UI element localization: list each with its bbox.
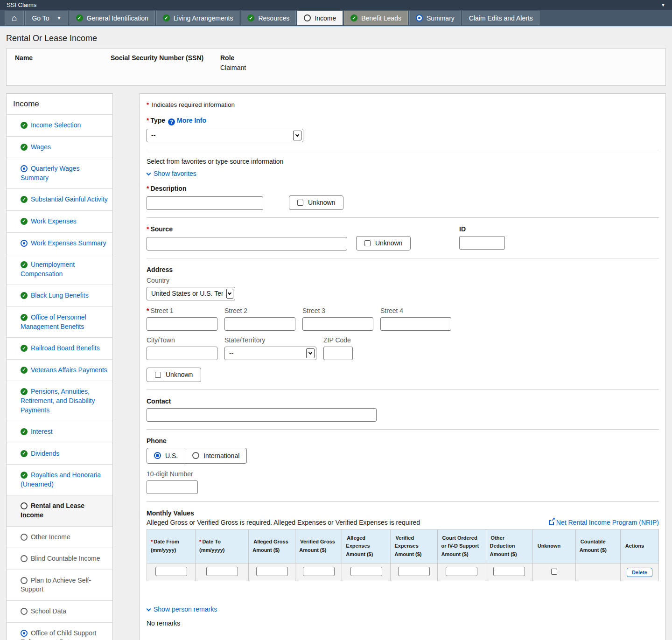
more-info-link[interactable]: More Info <box>177 117 206 124</box>
court-ordered-input[interactable] <box>446 567 477 576</box>
favorites-intro: Select from favorites or type source inf… <box>147 158 659 165</box>
sidebar-item[interactable]: Unemployment Compensation <box>7 254 112 285</box>
goto-label: Go To <box>32 14 49 22</box>
street3-input[interactable] <box>302 317 373 331</box>
phone-us-option[interactable]: U.S. <box>147 448 185 463</box>
phone-international-label: International <box>203 452 239 459</box>
street1-input[interactable] <box>147 317 217 331</box>
nrip-link-row[interactable]: Net Rental Income Program (NRIP) <box>549 519 659 526</box>
required-note-text: Indicates required information <box>152 101 235 108</box>
source-unknown-checkbox[interactable]: Unknown <box>356 236 411 250</box>
show-favorites-link[interactable]: Show favorites <box>154 170 196 177</box>
date-from-input[interactable] <box>155 567 187 576</box>
alleged-expenses-input[interactable] <box>350 567 382 576</box>
source-input[interactable] <box>147 237 347 250</box>
phone-us-label: U.S. <box>165 452 178 459</box>
sidebar-item[interactable]: Veterans Affairs Payments <box>7 359 112 381</box>
sidebar-status-icon <box>21 472 28 479</box>
sidebar-item-label: Office of Child Support Enforcement Data <box>21 629 97 640</box>
country-select[interactable]: United States or U.S. Territory <box>147 287 235 300</box>
sidebar-item[interactable]: Dividends <box>7 443 112 465</box>
sidebar-item[interactable]: Office of Personnel Management Benefits <box>7 306 112 337</box>
city-input[interactable] <box>147 347 217 360</box>
sidebar-item[interactable]: Rental and Lease Income <box>7 495 112 526</box>
id-input[interactable] <box>459 236 505 250</box>
sidebar-status-icon <box>21 196 28 203</box>
person-summary-box: Name Social Security Number (SSN) Role C… <box>6 48 666 86</box>
sidebar-item[interactable]: School Data <box>7 600 112 622</box>
sidebar-item[interactable]: Pensions, Annuities, Retirement, and Dis… <box>7 381 112 421</box>
phone-number-input[interactable] <box>147 480 198 494</box>
sidebar-item-label: Rental and Lease Income <box>21 502 84 519</box>
street4-input[interactable] <box>380 317 451 331</box>
name-label: Name <box>15 54 111 62</box>
sidebar-item[interactable]: Quarterly Wages Summary <box>7 158 112 188</box>
zip-input[interactable] <box>323 347 353 360</box>
date-to-input[interactable] <box>206 567 238 576</box>
sidebar-item[interactable]: Work Expenses <box>7 210 112 232</box>
table-column-header: Other Deduction Amount ($) <box>486 529 532 563</box>
home-button[interactable]: ⌂ <box>5 11 24 25</box>
sidebar-item[interactable]: Other Income <box>7 526 112 548</box>
source-label-row: *Source <box>147 225 459 233</box>
chevron-down-icon <box>147 171 151 175</box>
other-deduction-input[interactable] <box>493 567 525 576</box>
required-note: *Indicates required information <box>147 101 659 108</box>
goto-menu-button[interactable]: Go To ▼ <box>25 11 68 25</box>
show-person-remarks-link[interactable]: Show person remarks <box>154 605 217 613</box>
sidebar-item[interactable]: Railroad Board Benefits <box>7 337 112 359</box>
app-title-bar: SSI Claims ▼ <box>0 0 672 10</box>
alleged-gross-input[interactable] <box>256 567 288 576</box>
sidebar-item-label: Wages <box>31 143 51 151</box>
tab-status-icon <box>163 14 170 21</box>
column-header-label: Other Deduction Amount ($) <box>490 535 517 557</box>
contact-input[interactable] <box>147 408 377 422</box>
column-header-label: Alleged Gross Amount ($) <box>252 539 288 553</box>
verified-expenses-input[interactable] <box>398 567 430 576</box>
sidebar-item[interactable]: Royalties and Honoraria (Unearned) <box>7 464 112 495</box>
verified-gross-input[interactable] <box>303 567 335 576</box>
sidebar-item-label: Work Expenses Summary <box>31 239 106 247</box>
column-header-label: Actions <box>625 543 644 549</box>
show-person-remarks-toggle[interactable]: Show person remarks <box>147 605 659 613</box>
description-unknown-checkbox[interactable]: Unknown <box>289 195 343 210</box>
sidebar-item[interactable]: Income Selection <box>7 114 112 136</box>
nav-tab[interactable]: Income <box>297 11 343 25</box>
nav-tab[interactable]: Resources <box>241 11 296 25</box>
nav-tab[interactable]: Living Arrangements <box>156 11 240 25</box>
street2-input[interactable] <box>224 317 295 331</box>
description-input[interactable] <box>147 196 263 210</box>
sidebar-item[interactable]: Blind Countable Income <box>7 548 112 570</box>
help-icon[interactable]: ? <box>168 118 175 125</box>
nav-tab[interactable]: General Identification <box>70 11 155 25</box>
row-delete-button[interactable]: Delete <box>627 568 652 577</box>
required-asterisk: * <box>147 185 149 192</box>
street3-label: Street 3 <box>302 307 373 314</box>
sidebar-item[interactable]: Substantial Gainful Activity <box>7 188 112 210</box>
row-unknown-checkbox[interactable] <box>551 569 557 575</box>
type-select[interactable]: -- <box>147 129 303 142</box>
sidebar-item[interactable]: Black Lung Benefits <box>7 285 112 306</box>
sidebar-status-icon <box>21 388 28 395</box>
titlebar-dropdown-caret-icon[interactable]: ▼ <box>661 2 665 7</box>
home-icon: ⌂ <box>12 14 17 22</box>
contact-heading: Contact <box>147 397 659 405</box>
state-select[interactable]: -- <box>224 347 316 360</box>
sidebar-item[interactable]: Office of Child Support Enforcement Data <box>7 622 112 640</box>
nav-tab[interactable]: Claim Edits and Alerts <box>462 11 539 25</box>
sidebar-item[interactable]: Plan to Achieve Self-Support <box>7 570 112 600</box>
sidebar-status-icon <box>21 122 28 129</box>
nrip-link[interactable]: Net Rental Income Program (NRIP) <box>556 519 659 526</box>
address-unknown-checkbox[interactable]: Unknown <box>147 368 201 382</box>
required-asterisk: * <box>147 307 149 314</box>
phone-international-option[interactable]: International <box>185 448 246 463</box>
sidebar-item[interactable]: Wages <box>7 136 112 158</box>
nav-tab[interactable]: Summary <box>409 11 461 25</box>
sidebar-item[interactable]: Work Expenses Summary <box>7 232 112 254</box>
sidebar-item-label: Unemployment Compensation <box>21 261 75 278</box>
tab-status-icon <box>247 14 254 21</box>
show-favorites-toggle[interactable]: Show favorites <box>147 170 659 177</box>
sidebar-item[interactable]: Interest <box>7 421 112 443</box>
nav-tab[interactable]: Benefit Leads <box>344 11 408 25</box>
type-label-row: *Type?More Info <box>147 117 659 125</box>
